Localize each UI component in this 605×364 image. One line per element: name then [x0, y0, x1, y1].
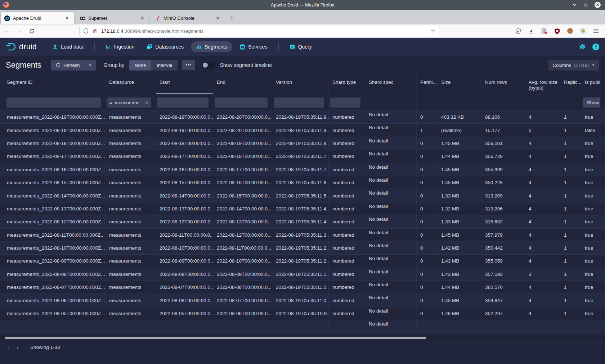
cookie-icon[interactable] [566, 28, 573, 35]
tab-title: Superset [88, 15, 139, 21]
nav-item-segments[interactable]: Segments [191, 41, 232, 52]
table-row[interactable]: measurements_2022-08-19T00:00:00.000Z...… [0, 124, 605, 137]
cell-avg-row-size-bytes: 4 [525, 215, 560, 228]
window-maximize-icon[interactable] [583, 2, 589, 8]
tracking-shield-icon[interactable] [83, 28, 89, 34]
tab-close-icon[interactable]: ✕ [139, 15, 146, 22]
url-bar[interactable]: 172.18.0.4:30899/unified-console.html#se… [79, 26, 439, 36]
filter-input-end[interactable] [215, 97, 268, 108]
table-row[interactable]: measurements_2022-08-05T00:00:00.000Z...… [0, 307, 605, 320]
cell-shard-type [329, 320, 365, 333]
refresh-caret-button[interactable]: ▼ [85, 61, 96, 70]
nav-item-query[interactable]: Query [284, 41, 317, 52]
column-header-version[interactable]: Version [272, 74, 329, 94]
druid-logo[interactable]: druid [6, 42, 37, 51]
column-header-shard-type[interactable]: Shard type [329, 74, 365, 94]
column-header-avg-row-size-bytes[interactable]: Avg. row size (bytes) [525, 74, 560, 94]
more-options-button[interactable]: ••• [182, 60, 196, 70]
table-row[interactable]: measurements_2022-08-17T00:00:00.000Z...… [0, 150, 605, 163]
nav-item-services[interactable]: Services [234, 41, 273, 52]
column-header-is-publi[interactable]: Is publi [581, 74, 605, 94]
table-row[interactable]: measurements_2022-08-16T00:00:00.000Z...… [0, 163, 605, 176]
window-close-icon[interactable]: ✕ [595, 2, 601, 8]
url-path: :30899/unified-console.html#segments [123, 28, 203, 34]
cell-shard-type: numbered [329, 189, 365, 202]
cell-end: 2022-08-13T00:00:00.0... [213, 215, 272, 228]
settings-gear-icon[interactable] [579, 43, 586, 50]
cell-end: 2022-08-18T00:00:00.0... [213, 150, 272, 163]
table-row[interactable]: measurements_2022-08-09T00:00:00.000Z...… [0, 255, 605, 268]
bookmark-star-icon[interactable]: ☆ [431, 28, 435, 34]
refresh-button[interactable]: Refresh [51, 60, 85, 70]
filter-remove-icon[interactable]: ✕ [145, 100, 149, 105]
forward-icon[interactable]: → [14, 26, 24, 36]
cell-segment-id: measurements_2022-08-12T00:00:00.000Z... [0, 215, 106, 228]
group-by-none[interactable]: None [129, 60, 151, 70]
table-row[interactable]: measurements_2022-08-15T00:00:00.000Z...… [0, 176, 605, 189]
column-header-start[interactable]: Start [156, 74, 213, 94]
back-icon[interactable]: ← [2, 26, 12, 36]
table-row[interactable]: measurements_2022-08-19T00:00:00.000Z...… [0, 111, 605, 124]
account-shield-icon[interactable] [515, 28, 521, 35]
tab-close-icon[interactable]: ✕ [214, 15, 221, 22]
downloads-icon[interactable] [528, 28, 534, 35]
column-header-segment-id[interactable]: Segment ID [0, 74, 106, 94]
new-tab-button[interactable]: + [227, 13, 237, 23]
filter-cell-segment-id [0, 94, 106, 110]
column-header-end[interactable]: End [213, 74, 272, 94]
column-header-shard-spec[interactable]: Shard spec [365, 74, 417, 94]
cell-partiti: 0 [417, 203, 438, 215]
filter-input-version[interactable] [274, 97, 324, 108]
horizontal-scrollbar[interactable] [0, 336, 605, 340]
insecure-lock-icon[interactable] [92, 28, 98, 34]
cell-datasource: measurements [106, 189, 156, 202]
table-body: measurements_2022-08-19T00:00:00.000Z...… [0, 111, 605, 333]
nav-item-ingestion[interactable]: Ingestion [100, 41, 140, 52]
table-row[interactable]: measurements_2022-08-13T00:00:00.000Z...… [0, 203, 605, 215]
table-row[interactable]: measurements_2022-08-06T00:00:00.000Z...… [0, 294, 605, 307]
table-row[interactable]: measurements_2022-08-12T00:00:00.000Z...… [0, 215, 605, 228]
menu-hamburger-icon[interactable] [592, 28, 599, 35]
column-header-size[interactable]: Size [438, 74, 481, 94]
columns-button[interactable]: Columns (17/18) ▼ [548, 60, 599, 70]
tab-close-icon[interactable]: ✕ [63, 15, 71, 22]
reload-icon[interactable] [27, 26, 37, 36]
cell-shard-type: numbered [329, 242, 365, 254]
group-by-interval[interactable]: Interval [151, 60, 178, 70]
column-header-replic[interactable]: Replic... [560, 74, 581, 94]
help-icon[interactable]: ? [592, 44, 599, 50]
cell-avg-row-size-bytes: 4 [525, 255, 560, 267]
table-row-partial[interactable]: No detail [0, 320, 605, 333]
ublock-icon[interactable] [554, 28, 560, 35]
is-published-filter-button[interactable]: Show [583, 97, 600, 108]
next-page-icon[interactable]: › [13, 343, 22, 352]
nav-item-load-data[interactable]: Load data [47, 41, 88, 52]
table-row[interactable]: measurements_2022-08-11T00:00:00.000Z...… [0, 229, 605, 242]
filter-input-segment-id[interactable] [6, 97, 101, 108]
load-data-icon [52, 44, 58, 50]
cell-end: 2022-08-08T00:00:00.0... [213, 281, 272, 294]
table-row[interactable]: measurements_2022-08-07T00:00:00.000Z...… [0, 281, 605, 294]
sparkle-extension-icon[interactable] [579, 28, 586, 35]
cell-start: 2022-08-05T00:00:00.0... [156, 307, 213, 320]
datasource-filter-chip[interactable]: = measureme ✕ [107, 97, 151, 108]
table-row[interactable]: measurements_2022-08-08T00:00:00.000Z...… [0, 268, 605, 281]
filter-input-start[interactable] [157, 97, 209, 108]
column-header-partiti[interactable]: Partiti... [417, 74, 438, 94]
segment-timeline-toggle[interactable] [202, 62, 215, 69]
filter-input-shard-type[interactable] [330, 97, 360, 108]
cell-is-publi: true [581, 215, 605, 228]
table-row[interactable]: measurements_2022-08-10T00:00:00.000Z...… [0, 242, 605, 255]
prev-page-icon[interactable]: ‹ [4, 343, 13, 352]
browser-tab-apache-druid[interactable]: Apache Druid ✕ [1, 12, 74, 24]
extension-icon[interactable]: x [541, 28, 547, 35]
browser-tab-superset[interactable]: Superset ✕ [76, 12, 149, 24]
table-row[interactable]: measurements_2022-08-14T00:00:00.000Z...… [0, 189, 605, 202]
table-row[interactable]: measurements_2022-08-18T00:00:00.000Z...… [0, 137, 605, 150]
scrollbar-thumb[interactable] [5, 337, 426, 339]
browser-tab-minio-console[interactable]: MinIO Console ✕ [151, 12, 224, 24]
column-header-num-rows[interactable]: Num rows [481, 74, 525, 94]
column-header-datasource[interactable]: Datasource [106, 74, 156, 94]
nav-item-datasources[interactable]: Datasources [142, 41, 189, 52]
window-minimize-icon[interactable] [572, 2, 577, 8]
